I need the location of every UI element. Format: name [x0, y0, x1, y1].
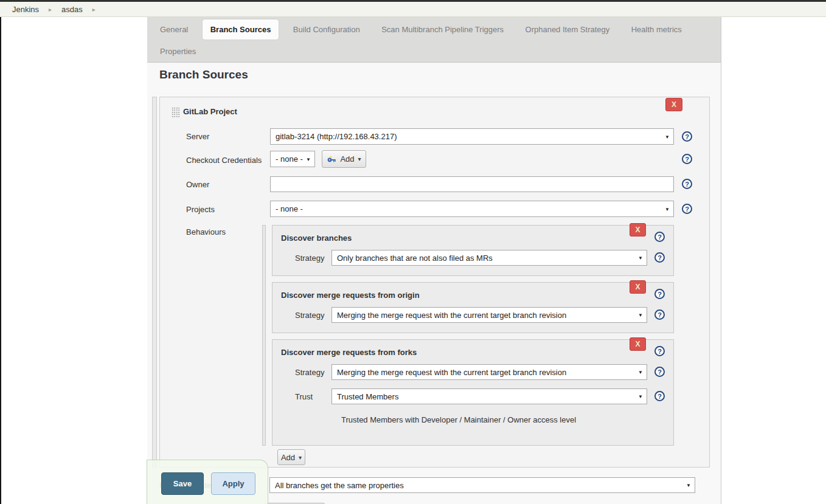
behaviour-help-icon[interactable]: ?	[654, 289, 665, 299]
strategy-help-icon[interactable]: ?	[654, 367, 665, 377]
breadcrumb: Jenkins ▸ asdas ▸	[0, 2, 826, 17]
server-label: Server	[186, 132, 209, 141]
strategy-label: Strategy	[295, 254, 324, 263]
behaviours-label: Behaviours	[186, 227, 226, 236]
config-panel: General Branch Sources Build Configurati…	[147, 17, 721, 504]
checkout-credentials-label: Checkout Credentials	[186, 156, 262, 165]
behaviour-discover-branches: Discover branches X ? Strategy Only bran…	[272, 225, 674, 276]
dropdown-arrow-icon: ▼	[638, 370, 643, 375]
breadcrumb-item-job[interactable]: asdas	[61, 5, 83, 14]
delete-branch-source-button[interactable]: X	[665, 98, 682, 111]
add-credentials-button[interactable]: Add ▾	[322, 150, 366, 168]
dropdown-arrow-icon: ▼	[638, 255, 643, 261]
chevron-right-icon: ▸	[92, 6, 95, 13]
trust-help-icon[interactable]: ?	[654, 391, 665, 401]
dropdown-arrow-icon: ▼	[665, 206, 670, 212]
apply-button[interactable]: Apply	[211, 472, 255, 495]
owner-help-icon[interactable]: ?	[682, 179, 692, 189]
tab-general[interactable]: General	[152, 19, 196, 40]
save-button[interactable]: Save	[161, 472, 204, 495]
server-help-icon[interactable]: ?	[682, 131, 692, 142]
strategy-select[interactable]: Merging the merge request with the curre…	[331, 307, 647, 323]
dropdown-arrow-icon: ▼	[665, 134, 670, 139]
branch-source-drag-strip[interactable]	[152, 97, 157, 468]
tab-health-metrics[interactable]: Health metrics	[623, 19, 690, 40]
projects-label: Projects	[186, 205, 215, 214]
caret-down-icon: ▾	[299, 454, 302, 461]
breadcrumb-item-jenkins[interactable]: Jenkins	[12, 5, 39, 14]
delete-behaviour-button[interactable]: X	[630, 280, 646, 294]
owner-input[interactable]	[270, 176, 674, 192]
tab-properties[interactable]: Properties	[152, 41, 204, 61]
strategy-label: Strategy	[295, 311, 324, 320]
trust-select[interactable]: Trusted Members ▼	[331, 388, 647, 404]
tab-branch-sources[interactable]: Branch Sources	[202, 19, 280, 40]
checkout-credentials-select[interactable]: - none - ▼	[270, 151, 315, 167]
strategy-help-icon[interactable]: ?	[654, 252, 665, 263]
trust-description: Trusted Members with Developer / Maintai…	[341, 415, 576, 424]
branch-source-type-title: GitLab Project	[183, 107, 237, 116]
strategy-help-icon[interactable]: ?	[654, 309, 665, 320]
strategy-select[interactable]: Only branches that are not also filed as…	[331, 250, 647, 266]
add-behaviour-button[interactable]: Add ▾	[277, 449, 305, 465]
behaviour-discover-mr-forks: Discover merge requests from forks X ? S…	[272, 339, 674, 446]
behaviour-discover-mr-origin: Discover merge requests from origin X ? …	[272, 282, 674, 333]
owner-label: Owner	[186, 180, 209, 189]
behaviour-title: Discover merge requests from forks	[281, 348, 417, 357]
server-select[interactable]: gitlab-3214 (http://192.168.43.217) ▼	[270, 128, 674, 145]
strategy-label: Strategy	[295, 368, 324, 377]
dropdown-arrow-icon: ▼	[638, 394, 643, 399]
dropdown-arrow-icon: ▼	[686, 483, 691, 488]
behaviour-help-icon[interactable]: ?	[654, 346, 665, 356]
behaviour-title: Discover merge requests from origin	[281, 291, 420, 300]
config-tabbar: General Branch Sources Build Configurati…	[147, 17, 721, 63]
behaviour-title: Discover branches	[281, 233, 352, 243]
gitlab-project-section: GitLab Project X Server gitlab-3214 (htt…	[159, 97, 710, 468]
behaviours-drag-strip[interactable]	[262, 225, 266, 446]
projects-help-icon[interactable]: ?	[682, 204, 692, 214]
trust-label: Trust	[295, 392, 313, 401]
key-icon	[327, 155, 336, 164]
jenkins-config-page: Jenkins ▸ asdas ▸ General Branch Sources…	[0, 0, 826, 504]
dropdown-arrow-icon: ▼	[638, 312, 643, 318]
page-left-border	[0, 17, 1, 504]
strategy-select[interactable]: Merging the merge request with the curre…	[331, 364, 647, 380]
dropdown-arrow-icon: ▼	[306, 156, 311, 162]
chevron-right-icon: ▸	[49, 6, 52, 13]
tab-orphaned-item-strategy[interactable]: Orphaned Item Strategy	[518, 19, 618, 40]
behaviour-help-icon[interactable]: ?	[654, 232, 665, 242]
tab-build-configuration[interactable]: Build Configuration	[285, 19, 368, 40]
tab-scan-triggers[interactable]: Scan Multibranch Pipeline Triggers	[373, 19, 512, 40]
bottom-action-bar: Save Apply	[147, 460, 268, 504]
delete-behaviour-button[interactable]: X	[630, 337, 646, 351]
property-strategy-select[interactable]: All branches get the same properties ▼	[269, 477, 695, 493]
delete-behaviour-button[interactable]: X	[630, 223, 646, 236]
drag-handle-icon[interactable]	[172, 107, 179, 117]
projects-select[interactable]: - none - ▼	[270, 201, 674, 217]
checkout-credentials-help-icon[interactable]: ?	[682, 154, 692, 164]
page-title: Branch Sources	[159, 68, 248, 81]
caret-down-icon: ▾	[358, 156, 361, 162]
